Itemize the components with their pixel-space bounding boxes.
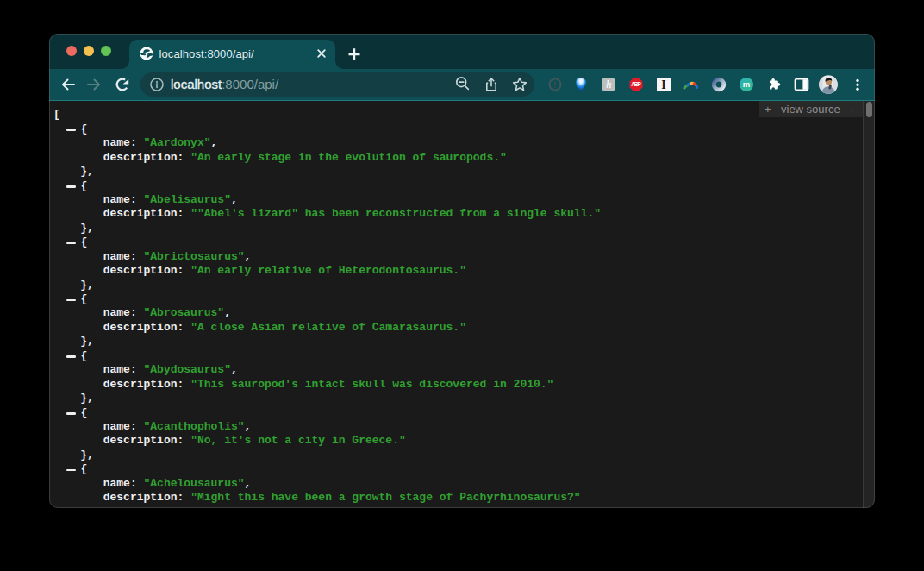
svg-text:I: I — [661, 78, 665, 91]
svg-text:ABP: ABP — [631, 81, 641, 87]
svg-text:h: h — [606, 78, 612, 91]
svg-text:m: m — [742, 79, 749, 89]
